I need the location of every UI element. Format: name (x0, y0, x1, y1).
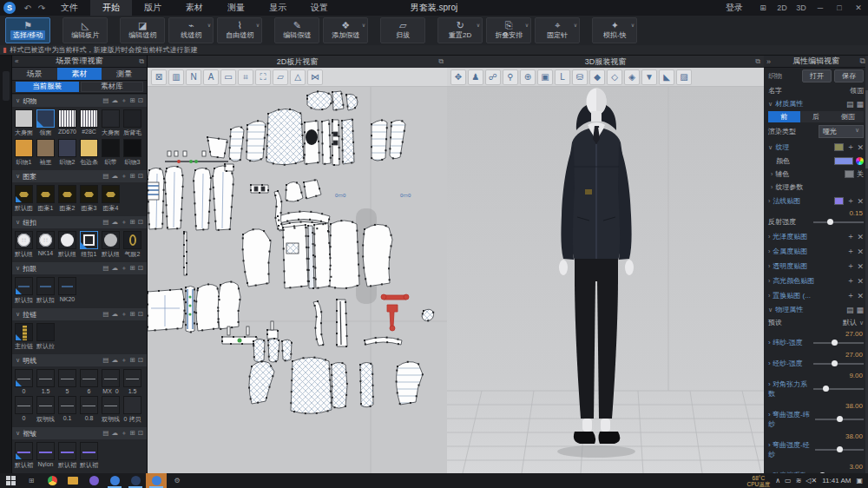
cloth1-icon[interactable]: ◆ (589, 69, 605, 85)
ribbon-归拔[interactable]: ▱归拔 (380, 17, 425, 43)
style3d-icon[interactable] (146, 473, 167, 488)
chevron-right-icon[interactable]: › (768, 248, 770, 254)
chevron-down-icon[interactable]: ∨ (16, 173, 20, 180)
folder-icon[interactable]: ▤ (102, 429, 108, 438)
cloud-icon[interactable]: ☁ (111, 356, 118, 365)
ribbon-添加假缝[interactable]: ❖添加假缝∨ (323, 17, 368, 43)
copy-icon[interactable]: ⊞ (129, 172, 135, 181)
delete-icon[interactable]: ✕ (857, 143, 864, 152)
swatch-0[interactable] (15, 369, 33, 387)
add-icon[interactable]: ＋ (121, 429, 128, 438)
fabric-icon[interactable]: ▥ (168, 69, 184, 85)
folder-icon[interactable]: ▤ (846, 306, 854, 314)
swatch-0 拷贝[interactable] (123, 396, 141, 414)
delete-icon[interactable]: ✕ (857, 247, 864, 256)
purple-app-icon[interactable] (83, 473, 104, 488)
folder-icon[interactable]: ▤ (102, 172, 108, 181)
delete-icon[interactable]: ✕ (857, 262, 864, 271)
task-view-icon[interactable]: ⊞ (21, 473, 42, 488)
undo-icon[interactable]: ↶ (21, 3, 35, 13)
sidebar-tab-测量[interactable]: 测量 (102, 68, 147, 80)
flatten-icon[interactable]: ▼ (641, 69, 657, 85)
expand-icon[interactable]: ⊡ (138, 96, 143, 105)
swatch-领面[interactable] (36, 109, 55, 128)
pattern-2d-canvas[interactable]: 0▭0 0▭0 (148, 87, 447, 473)
layout-toggle-icon[interactable]: ⊞ (753, 0, 773, 16)
sidebar-subtab-当前服装[interactable]: 当前服装 (16, 82, 79, 92)
delete-icon[interactable]: ✕ (857, 292, 864, 300)
slider-thumb[interactable] (832, 340, 838, 346)
sidebar-tab-场景[interactable]: 场景 (12, 68, 57, 80)
collapse-icon[interactable]: « (15, 57, 18, 65)
swatch-图案2[interactable] (58, 185, 76, 203)
swatch-NK20[interactable] (58, 277, 76, 295)
swatch-大身面[interactable] (15, 109, 33, 128)
color-picker-icon[interactable] (856, 157, 864, 165)
material-tab-后[interactable]: 后 (800, 111, 832, 122)
swatch-1.5[interactable] (36, 369, 55, 387)
view-2d-button[interactable]: 2D (773, 0, 792, 16)
ribbon-选择/移动[interactable]: ⚑选择/移动 (5, 17, 50, 43)
collapsed-panel-strip[interactable] (0, 56, 12, 473)
minimize-button[interactable]: ─ (811, 0, 830, 16)
swatch-Nylon[interactable] (36, 442, 55, 460)
swatch-气眼2[interactable] (123, 231, 141, 249)
physical-section-label[interactable]: 物理属性 (775, 305, 803, 314)
menu-测量[interactable]: 测量 (215, 0, 257, 16)
swatch-默认褶[interactable] (15, 442, 33, 460)
expand-icon[interactable]: ⊡ (138, 429, 143, 438)
chevron-right-icon[interactable]: › (768, 263, 770, 269)
texture-swatch[interactable] (834, 143, 844, 151)
text-n-icon[interactable]: N (186, 69, 201, 85)
swatch-ZD670[interactable] (58, 109, 76, 128)
slider-thumb[interactable] (837, 446, 843, 452)
ribbon-折叠安排[interactable]: ⎘折叠安排∨ (486, 17, 531, 43)
add-icon[interactable]: ＋ (121, 310, 128, 319)
chevron-right-icon[interactable]: › (771, 184, 773, 190)
cpu-temp-widget[interactable]: 68°CCPU温度 (747, 475, 771, 487)
ribbon-模拟-快[interactable]: ✦模拟-快∨ (592, 17, 637, 43)
ribbon-重置2D[interactable]: ↻重置2D∨ (437, 17, 483, 43)
avatar-pose-icon[interactable]: ✥ (450, 69, 466, 85)
slider-thumb[interactable] (837, 416, 843, 422)
normal-map-swatch[interactable] (834, 197, 844, 205)
gizmo-icon[interactable]: ⊕ (520, 69, 536, 85)
expand-icon[interactable]: ⊡ (138, 264, 143, 273)
swatch-0[interactable] (15, 396, 33, 414)
collapse-icon[interactable]: » (766, 57, 771, 66)
cloud-icon[interactable]: ☁ (111, 264, 118, 273)
swatch-0.1[interactable] (58, 396, 76, 414)
section-header-织物[interactable]: ∨织物▤☁＋⊞⊡ (12, 95, 147, 107)
cloud-icon[interactable]: ☁ (111, 218, 118, 227)
ribbon-编辑假缝[interactable]: ✎编辑假缝 (274, 17, 319, 43)
notification-center-icon[interactable]: ▣ (856, 477, 863, 485)
folder-icon[interactable]: ▤ (102, 310, 108, 319)
slider-弯曲强度-纬纱[interactable] (815, 419, 864, 420)
tray-chevron-icon[interactable]: ∧ (775, 477, 780, 485)
redo-icon[interactable]: ↷ (35, 3, 49, 13)
chevron-down-icon[interactable]: ∨ (16, 97, 20, 104)
swatch-图案1[interactable] (36, 185, 55, 203)
ribbon-固定针[interactable]: ⌖固定针∨ (535, 17, 580, 43)
pin-icon[interactable]: ⚲ (503, 69, 518, 85)
swatch-默认纽[interactable]: ∷ (15, 231, 33, 249)
chevron-down-icon[interactable]: ∨ (16, 265, 20, 272)
expand-icon[interactable]: ⊡ (138, 218, 143, 227)
maximize-button[interactable]: □ (830, 0, 849, 16)
reflection-slider[interactable] (813, 221, 864, 223)
chevron-down-icon[interactable]: ∨ (768, 101, 773, 108)
section-header-扣眼[interactable]: ∨扣眼▤☁＋⊞⊡ (12, 262, 147, 274)
add-icon[interactable]: ＋ (846, 246, 854, 257)
swatch-默认褶[interactable] (80, 442, 98, 460)
dropdown-caret-icon[interactable]: ∨ (477, 22, 480, 28)
sew-machine-icon[interactable]: ▱ (273, 69, 288, 85)
view-3d-button[interactable]: 3D (792, 0, 811, 16)
dropdown-caret-icon[interactable]: ∨ (256, 22, 260, 28)
open-button[interactable]: 打开 (802, 69, 832, 82)
cloud-icon[interactable]: ☁ (111, 172, 118, 181)
popout-icon[interactable]: ⧉ (755, 57, 760, 66)
material-section-label[interactable]: 材质属性 (775, 99, 803, 109)
swatch-织物2[interactable] (58, 139, 76, 157)
dropdown-caret-icon[interactable]: ∨ (574, 22, 577, 28)
swatch-默认纽[interactable] (58, 231, 76, 249)
